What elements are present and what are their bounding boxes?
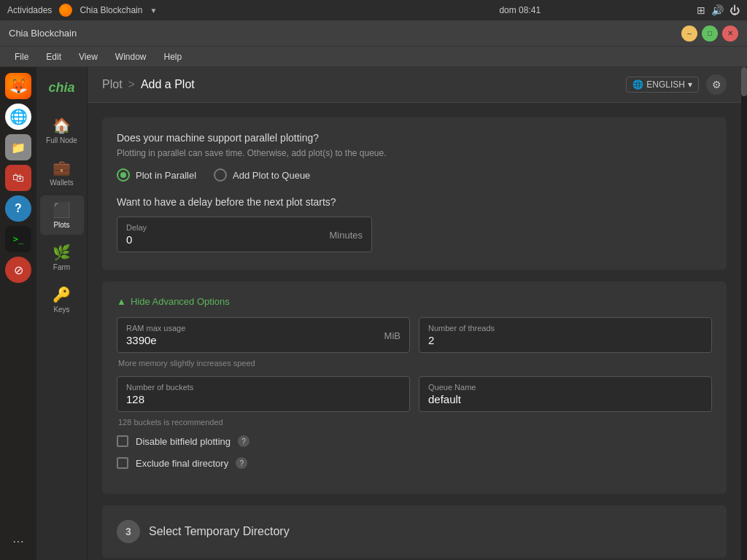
ram-label: RAM max usage [126, 324, 400, 332]
menu-bar: File Edit View Window Help [0, 47, 747, 67]
buckets-queue-row: Number of buckets 128 Queue Name default [117, 376, 712, 415]
step3-title: Select Temporary Directory [149, 525, 290, 538]
plot-in-parallel-label: Plot in Parallel [136, 170, 196, 181]
threads-label: Number of threads [428, 324, 703, 332]
menu-help[interactable]: Help [157, 50, 190, 63]
sidebar-item-wallets[interactable]: 💼 Wallets [40, 153, 84, 192]
content-area: Plot > Add a Plot 🌐 ENGLISH ▾ ⚙ Does you… [88, 67, 741, 560]
menu-edit[interactable]: Edit [39, 50, 69, 63]
power-icon[interactable]: ⏻ [729, 4, 740, 16]
scrollbar-thumb[interactable] [741, 67, 747, 96]
minimize-button[interactable]: – [681, 26, 697, 42]
ram-suffix: MiB [384, 330, 400, 341]
page-header: Plot > Add a Plot 🌐 ENGLISH ▾ ⚙ [88, 67, 741, 103]
scroll-area[interactable]: Does your machine support parallel plott… [88, 103, 741, 560]
advanced-options-toggle[interactable]: ▲ Hide Advanced Options [117, 296, 712, 307]
maximize-button[interactable]: □ [702, 26, 718, 42]
disable-bitfield-row: Disable bitfield plotting ? [117, 435, 712, 447]
dock-help[interactable]: ? [5, 195, 31, 222]
exclude-dir-help-icon[interactable]: ? [236, 457, 247, 469]
dock-store[interactable]: 🛍 [5, 165, 31, 191]
buckets-label: Number of buckets [126, 383, 400, 392]
wallets-icon: 💼 [53, 159, 71, 176]
breadcrumb-current: Add a Plot [141, 78, 195, 91]
breadcrumb: Plot > Add a Plot [102, 78, 195, 91]
menu-file[interactable]: File [7, 50, 36, 63]
keys-icon: 🔑 [53, 286, 71, 303]
parallel-question: Does your machine support parallel plott… [117, 132, 712, 144]
delay-suffix: Minutes [329, 229, 363, 240]
settings-button[interactable]: ⚙ [706, 74, 727, 95]
activities-label[interactable]: Actividades [7, 5, 52, 15]
menu-window[interactable]: Window [108, 50, 154, 63]
step3-number: 3 [117, 520, 140, 543]
app-taskbar-label[interactable]: Chia Blockchain [80, 5, 142, 15]
system-time: dom 08:41 [499, 5, 541, 15]
disable-bitfield-help-icon[interactable]: ? [238, 435, 249, 447]
exclude-dir-checkbox[interactable] [117, 457, 128, 469]
gear-icon: ⚙ [712, 79, 721, 90]
dock-firefox[interactable]: 🦊 [5, 73, 31, 99]
language-chevron-icon: ▾ [688, 79, 692, 90]
main-layout: 🦊 🌐 📁 🛍 ? >_ ⊘ ⋯ chia 🏠 Full N [0, 67, 747, 560]
plots-icon: ⬛ [53, 201, 71, 219]
taskbar-dropdown-icon[interactable]: ▼ [150, 7, 157, 15]
advanced-options-section: ▲ Hide Advanced Options RAM max usage 33… [102, 281, 727, 494]
disable-bitfield-label: Disable bitfield plotting [136, 436, 231, 447]
exclude-dir-label: Exclude final directory [136, 458, 228, 469]
buckets-col: Number of buckets 128 [117, 376, 410, 415]
exclude-dir-row: Exclude final directory ? [117, 457, 712, 469]
ram-hint: More memory slightly increases speed [117, 359, 712, 368]
header-right: 🌐 ENGLISH ▾ ⚙ [626, 74, 727, 95]
dock-files[interactable]: 📁 [5, 134, 31, 160]
delay-input-wrapper: Delay 0 Minutes [117, 217, 372, 252]
buckets-value[interactable]: 128 [126, 393, 400, 405]
ram-col: RAM max usage 3390e MiB [117, 317, 410, 356]
add-to-queue-label: Add Plot to Queue [233, 170, 310, 181]
ram-threads-row: RAM max usage 3390e MiB Number of thread… [117, 317, 712, 356]
language-globe-icon: 🌐 [632, 79, 643, 90]
delay-value[interactable]: 0 [126, 233, 363, 246]
dock-apps[interactable]: ⋯ [5, 528, 31, 554]
buckets-input-wrapper: Number of buckets 128 [117, 376, 410, 412]
buckets-hint: 128 buckets is recommended [117, 418, 712, 427]
threads-value[interactable]: 2 [428, 334, 703, 346]
chia-sidebar: chia 🏠 Full Node 💼 Wallets ⬛ Plots 🌿 Far… [36, 67, 88, 560]
parallel-radio-group: Plot in Parallel Add Plot to Queue [117, 168, 712, 182]
ram-value[interactable]: 3390e [126, 334, 400, 346]
language-label: ENGLISH [646, 79, 685, 90]
scrollbar-track[interactable] [741, 67, 747, 560]
volume-icon[interactable]: 🔊 [711, 4, 724, 16]
sidebar-item-keys[interactable]: 🔑 Keys [40, 280, 84, 319]
window-controls: – □ ✕ [681, 26, 738, 42]
breadcrumb-parent[interactable]: Plot [102, 78, 123, 91]
breadcrumb-separator: > [128, 78, 135, 91]
add-to-queue-radio[interactable] [214, 168, 227, 182]
sidebar-item-plots[interactable]: ⬛ Plots [40, 195, 84, 235]
dock-error[interactable]: ⊘ [5, 257, 31, 283]
delay-label: Delay [126, 223, 363, 232]
system-bar: Actividades Chia Blockchain ▼ dom 08:41 … [0, 0, 747, 20]
dock-chrome[interactable]: 🌐 [5, 104, 31, 130]
add-to-queue-option[interactable]: Add Plot to Queue [214, 168, 310, 182]
queue-label: Queue Name [428, 383, 703, 392]
app-title: Chia Blockchain [9, 28, 77, 39]
chia-logo: chia [44, 73, 80, 102]
app-titlebar: Chia Blockchain – □ ✕ [0, 20, 747, 47]
advanced-toggle-label: Hide Advanced Options [131, 296, 230, 307]
close-button[interactable]: ✕ [722, 26, 738, 42]
firefox-taskbar-icon[interactable] [59, 4, 72, 17]
step3-section: 3 Select Temporary Directory [102, 505, 727, 558]
plot-in-parallel-radio[interactable] [117, 168, 130, 182]
sidebar-item-full-node[interactable]: 🏠 Full Node [40, 111, 84, 150]
menu-view[interactable]: View [71, 50, 105, 63]
queue-input-wrapper: Queue Name default [419, 376, 712, 412]
threads-col: Number of threads 2 [419, 317, 712, 356]
app-dock: 🦊 🌐 📁 🛍 ? >_ ⊘ ⋯ [0, 67, 36, 560]
language-selector[interactable]: 🌐 ENGLISH ▾ [626, 77, 699, 93]
sidebar-item-farm[interactable]: 🌿 Farm [40, 238, 84, 277]
plot-in-parallel-option[interactable]: Plot in Parallel [117, 168, 196, 182]
queue-value[interactable]: default [428, 393, 703, 405]
disable-bitfield-checkbox[interactable] [117, 435, 128, 447]
dock-terminal[interactable]: >_ [5, 226, 31, 252]
